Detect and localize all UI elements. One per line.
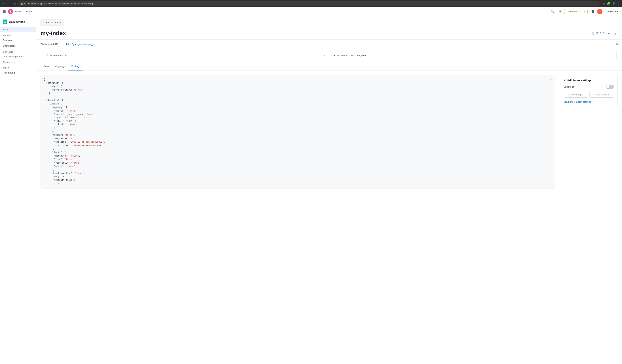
developer-menu-button[interactable]: developer ▾ <box>605 9 619 14</box>
edit-settings-panel: ✏ Edit index settings Edit mode Save cha… <box>560 75 618 107</box>
page-title: my-index <box>40 30 66 36</box>
pencil-icon: ✏ <box>564 79 566 82</box>
learn-more-label: Learn more about settings <box>564 100 591 103</box>
sidebar-item-index-management[interactable]: Index Management <box>0 54 36 59</box>
document-count-card-left: 📄 Document count 1 <box>45 54 72 57</box>
breadcrumb-separator: › <box>23 10 24 13</box>
edit-mode-label: Edit mode <box>564 86 574 88</box>
api-ref-icon: 📋 <box>591 32 594 35</box>
breadcrumb: Project › Home <box>15 10 32 13</box>
sidebar-section-kibana: Kibana <box>0 32 36 37</box>
tab-settings[interactable]: Settings <box>68 62 83 71</box>
api-reference-button[interactable]: 📋 API Reference <box>591 32 611 35</box>
edit-settings-title-text: Edit index settings <box>567 79 591 82</box>
settings-icon[interactable]: ⚙ <box>558 9 562 14</box>
more-actions-button[interactable]: ⋮ <box>613 31 618 36</box>
learn-more-settings-link[interactable]: Learn more about settings ↗ <box>564 100 614 103</box>
api-ref-label: API Reference <box>595 32 611 35</box>
developer-chevron-icon: ▾ <box>617 10 618 13</box>
ai-search-chevron-icon: › <box>613 54 614 57</box>
tab-data[interactable]: Data <box>40 62 52 71</box>
edit-mode-toggle[interactable] <box>606 85 614 89</box>
back-chevron-icon: ‹ <box>44 21 44 24</box>
home-breadcrumb: Home <box>25 10 32 13</box>
settings-content: ⧉ { "settings": { "index": { "refresh_in… <box>36 71 622 193</box>
document-icon: 📄 <box>45 54 48 57</box>
search-icon[interactable]: 🔍 <box>550 9 555 14</box>
url-lock-icon: 🔒 <box>21 2 23 5</box>
reset-changes-button[interactable]: Reset changes <box>589 92 614 98</box>
back-to-indices-button[interactable]: ‹ Back to indices <box>40 19 64 25</box>
elasticsearch-url-section: Elasticsearch URL https://your_deploymen… <box>36 39 622 49</box>
user-initials: TU <box>599 11 601 13</box>
json-content: { "settings": { "index": { "refresh_inte… <box>44 78 552 185</box>
sidebar-home-label: Home <box>3 28 9 31</box>
sidebar-app-header: E Elasticsearch <box>0 18 36 27</box>
tabs-row: Data Mappings Settings <box>36 62 622 71</box>
extensions-icon[interactable]: 🧩 <box>607 2 610 5</box>
refresh-nav-btn[interactable]: ↻ <box>13 2 17 6</box>
developer-label: developer <box>606 10 616 13</box>
ai-search-value: Not configured <box>350 54 366 57</box>
copy-url-button[interactable]: ⧉ <box>616 42 618 46</box>
forward-nav-btn[interactable]: → <box>8 2 12 6</box>
sidebar-connectors-label: Connectors <box>3 61 15 63</box>
ai-search-icon: ✦ <box>333 54 335 57</box>
bookmark-icon[interactable]: ☆ <box>603 2 605 5</box>
page-header-actions: 📋 API Reference ⋮ <box>591 31 618 36</box>
es-url-label: Elasticsearch URL <box>40 43 64 46</box>
give-feedback-button[interactable]: Give feedback ↗ <box>564 9 588 14</box>
user-avatar[interactable]: TU <box>597 9 603 14</box>
sidebar-discover-label: Discover <box>3 39 12 42</box>
settings-actions: Save changes Reset changes <box>564 92 614 98</box>
sidebar-item-playground[interactable]: Playground <box>0 70 36 75</box>
browser-chrome: ← → ↻ 🔒 localhost:5601/app/elasticsearch… <box>0 0 622 7</box>
project-link[interactable]: Project <box>15 10 22 13</box>
sidebar-index-management-label: Index Management <box>3 55 23 58</box>
main-layout: E Elasticsearch Home Kibana Discover Das… <box>0 16 622 364</box>
sidebar-section-build: Build <box>0 65 36 70</box>
header-actions: 🔍 ⚙ Give feedback ↗ TU developer ▾ <box>550 9 619 14</box>
tab-mappings[interactable]: Mappings <box>52 62 69 71</box>
give-feedback-label: Give feedback <box>567 10 582 13</box>
ai-search-card-left: ✦ AI Search Not configured <box>333 54 366 57</box>
sidebar-item-connectors[interactable]: Connectors <box>0 59 36 65</box>
profile-icon[interactable]: 👤 <box>612 2 616 5</box>
svg-point-2 <box>9 11 12 13</box>
menu-icon[interactable]: ⋮ <box>617 2 620 5</box>
url-bar[interactable]: 🔒 localhost:5601/app/elasticsearch/indic… <box>19 1 600 6</box>
theme-toggle-button[interactable] <box>590 9 595 14</box>
sidebar-item-discover[interactable]: Discover <box>0 37 36 43</box>
sidebar-item-home[interactable]: Home <box>0 27 36 32</box>
sidebar-app-title: Elasticsearch <box>9 20 25 23</box>
document-count-label: Document count <box>50 54 67 57</box>
save-changes-label: Save changes <box>568 93 583 96</box>
ai-search-card[interactable]: ✦ AI Search Not configured › <box>330 51 617 60</box>
json-copy-button[interactable]: ⧉ <box>550 77 553 82</box>
reset-changes-label: Reset changes <box>594 93 609 96</box>
sidebar: E Elasticsearch Home Kibana Discover Das… <box>0 16 36 364</box>
save-changes-button[interactable]: Save changes <box>564 92 588 98</box>
back-label: Back to indices <box>45 21 61 24</box>
back-nav-btn[interactable]: ← <box>2 2 6 6</box>
ai-search-label: AI Search <box>337 54 348 57</box>
sidebar-dashboards-label: Dashboards <box>3 44 16 47</box>
sidebar-item-dashboards[interactable]: Dashboards <box>0 43 36 49</box>
page-header: my-index 📋 API Reference ⋮ <box>36 25 622 39</box>
app-header: ☰ Project › Home 🔍 ⚙ Give feedback ↗ TU … <box>0 7 622 16</box>
info-cards-row: 📄 Document count 1 › ✦ AI Search Not con… <box>36 49 622 62</box>
document-count-value: 1 <box>70 54 72 57</box>
edit-mode-row: Edit mode <box>564 85 614 89</box>
toggle-knob <box>606 85 609 88</box>
content-area: ‹ Back to indices my-index 📋 API Referen… <box>36 16 622 364</box>
external-link-icon: ↗ <box>583 10 585 13</box>
url-text: localhost:5601/app/elasticsearch/indices… <box>24 2 94 5</box>
hamburger-menu-icon[interactable]: ☰ <box>3 10 6 14</box>
sidebar-section-content: Content <box>0 49 36 54</box>
learn-more-external-icon: ↗ <box>592 100 594 103</box>
document-count-card[interactable]: 📄 Document count 1 › <box>42 51 328 60</box>
browser-action-buttons: ☆ 🧩 👤 ⋮ <box>603 2 620 5</box>
sidebar-app-icon: E <box>3 19 7 24</box>
elastic-logo[interactable] <box>8 9 13 14</box>
json-editor: ⧉ { "settings": { "index": { "refresh_in… <box>40 75 555 188</box>
